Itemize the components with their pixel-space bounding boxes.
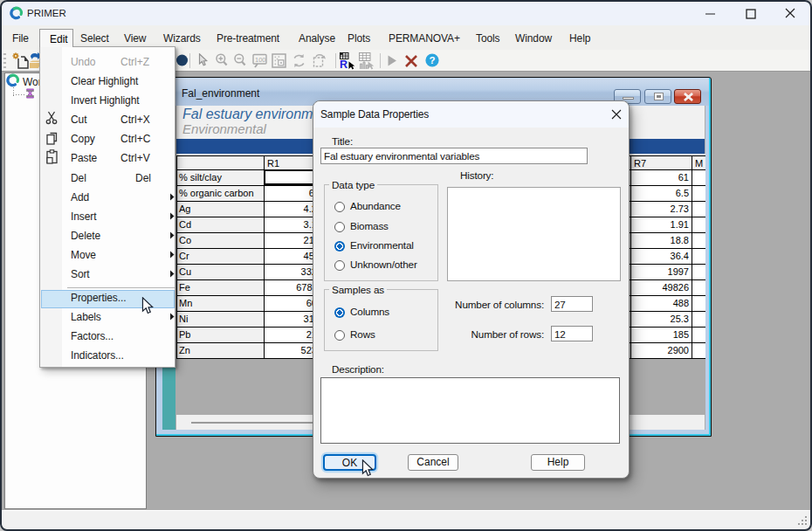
svg-text:?: ?: [430, 55, 436, 66]
svg-text:100: 100: [255, 56, 266, 64]
svg-text:R: R: [340, 59, 348, 70]
